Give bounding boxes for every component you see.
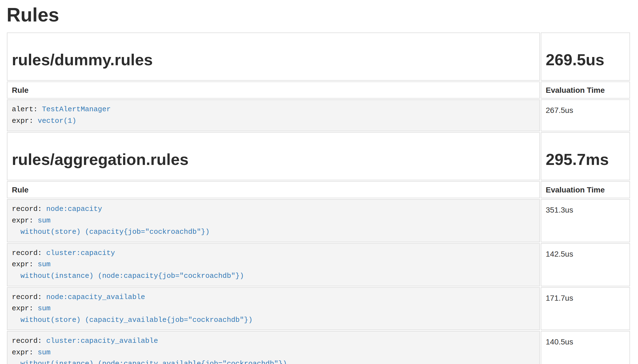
rule-indent bbox=[12, 272, 20, 280]
table-row: record: cluster:capacity_available expr:… bbox=[7, 331, 630, 364]
rule-eval-time: 140.5us bbox=[541, 331, 630, 364]
rule-keyword: expr: bbox=[12, 216, 38, 225]
table-row: record: cluster:capacity expr: sum witho… bbox=[7, 243, 630, 286]
rules-table-body: rules/dummy.rules269.5usRuleEvaluation T… bbox=[7, 32, 630, 364]
rule-eval-time: 171.7us bbox=[541, 287, 630, 330]
rule-eval-time: 142.5us bbox=[541, 243, 630, 286]
rule-definition-cell: record: node:capacity_available expr: su… bbox=[7, 287, 540, 330]
rule-group-eval-time: 295.7ms bbox=[546, 148, 625, 170]
rule-keyword: expr: bbox=[12, 304, 38, 313]
rule-group-eval-time-cell: 269.5us bbox=[541, 32, 630, 81]
page-title: Rules bbox=[7, 4, 631, 26]
rule-indent bbox=[12, 228, 20, 236]
rule-indent bbox=[12, 360, 20, 364]
eval-time-column-header: Evaluation Time bbox=[541, 82, 630, 99]
rule-definition-cell: record: cluster:capacity expr: sum witho… bbox=[7, 243, 540, 286]
column-header-row: RuleEvaluation Time bbox=[7, 181, 630, 198]
rule-group-header-row: rules/aggregation.rules295.7ms bbox=[7, 132, 630, 180]
rule-code: record: cluster:capacity_available expr:… bbox=[12, 335, 535, 364]
rule-eval-time: 267.5us bbox=[541, 99, 630, 131]
rule-column-header: Rule bbox=[7, 82, 540, 99]
table-row: record: node:capacity expr: sum without(… bbox=[7, 199, 630, 242]
rule-keyword: expr: bbox=[12, 348, 38, 357]
rule-expr-link[interactable]: without(instance) (node:capacity_availab… bbox=[20, 360, 287, 364]
rule-column-header: Rule bbox=[7, 181, 540, 198]
rule-code: alert: TestAlertManager expr: vector(1) bbox=[12, 104, 535, 127]
rule-expr-link[interactable]: sum bbox=[38, 348, 51, 357]
rule-keyword: record: bbox=[12, 337, 46, 345]
rule-expr-link[interactable]: without(instance) (node:capacity{job="co… bbox=[20, 272, 244, 280]
rule-keyword: record: bbox=[12, 293, 46, 301]
table-row: alert: TestAlertManager expr: vector(1)2… bbox=[7, 99, 630, 131]
rule-indent bbox=[12, 316, 20, 324]
table-row: record: node:capacity_available expr: su… bbox=[7, 287, 630, 330]
rule-expr-link[interactable]: sum bbox=[38, 216, 51, 225]
rule-expr-link[interactable]: node:capacity bbox=[46, 205, 102, 213]
rule-expr-link[interactable]: sum bbox=[38, 304, 51, 313]
rule-definition-cell: alert: TestAlertManager expr: vector(1) bbox=[7, 99, 540, 131]
rule-expr-link[interactable]: TestAlertManager bbox=[42, 105, 111, 113]
rule-expr-link[interactable]: without(store) (capacity{job="cockroachd… bbox=[20, 228, 210, 236]
column-header-row: RuleEvaluation Time bbox=[7, 82, 630, 99]
rule-definition-cell: record: cluster:capacity_available expr:… bbox=[7, 331, 540, 364]
rule-code: record: node:capacity expr: sum without(… bbox=[12, 203, 535, 238]
rule-keyword: expr: bbox=[12, 117, 38, 125]
rule-expr-link[interactable]: cluster:capacity_available bbox=[46, 337, 158, 345]
rule-group-header-row: rules/dummy.rules269.5us bbox=[7, 32, 630, 81]
rule-expr-link[interactable]: sum bbox=[38, 260, 51, 268]
rule-code: record: node:capacity_available expr: su… bbox=[12, 292, 535, 326]
rule-code: record: cluster:capacity expr: sum witho… bbox=[12, 248, 535, 282]
rule-group-eval-time-cell: 295.7ms bbox=[541, 132, 630, 180]
rule-group-eval-time: 269.5us bbox=[546, 48, 625, 71]
rule-group-file: rules/dummy.rules bbox=[12, 48, 535, 71]
rule-keyword: record: bbox=[12, 205, 46, 213]
rule-expr-link[interactable]: node:capacity_available bbox=[46, 293, 145, 301]
rules-page: Rules rules/dummy.rules269.5usRuleEvalua… bbox=[6, 4, 631, 364]
rules-table: rules/dummy.rules269.5usRuleEvaluation T… bbox=[6, 32, 631, 364]
rule-eval-time: 351.3us bbox=[541, 199, 630, 242]
eval-time-column-header: Evaluation Time bbox=[541, 181, 630, 198]
rule-expr-link[interactable]: cluster:capacity bbox=[46, 249, 115, 257]
rule-definition-cell: record: node:capacity expr: sum without(… bbox=[7, 199, 540, 242]
rule-expr-link[interactable]: without(store) (capacity_available{job="… bbox=[20, 316, 253, 324]
rule-group-file: rules/aggregation.rules bbox=[12, 148, 535, 170]
rule-keyword: expr: bbox=[12, 260, 38, 268]
rule-group-file-cell: rules/aggregation.rules bbox=[7, 132, 540, 180]
rule-expr-link[interactable]: vector(1) bbox=[38, 117, 76, 125]
rule-group-file-cell: rules/dummy.rules bbox=[7, 32, 540, 81]
rule-keyword: alert: bbox=[12, 105, 42, 113]
rule-keyword: record: bbox=[12, 249, 46, 257]
